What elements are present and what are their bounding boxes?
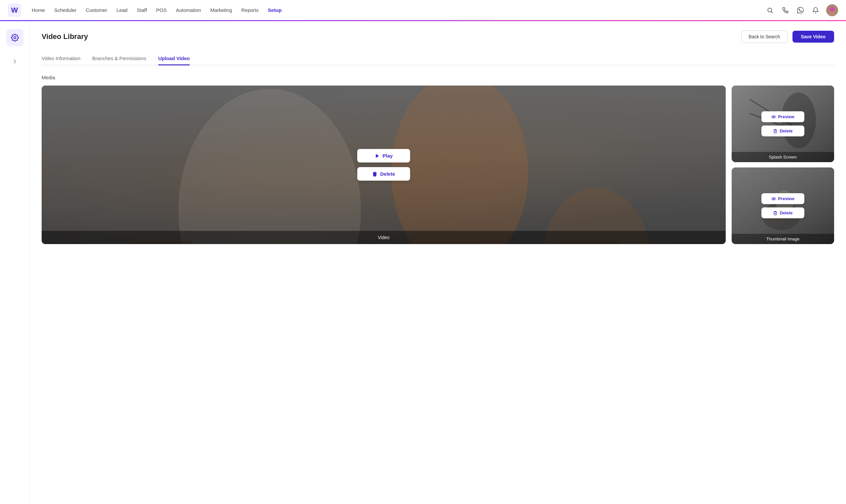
- media-right-column: Preview Delete Splash Screen: [732, 86, 834, 244]
- whatsapp-icon[interactable]: [796, 6, 805, 15]
- top-nav: W Home Scheduler Customer Lead Staff POS…: [0, 0, 846, 21]
- main-video-card: Play Delete Video: [42, 86, 726, 244]
- page-header: Video Library Back to Search Save Video: [42, 30, 834, 43]
- main-content: Video Library Back to Search Save Video …: [30, 21, 846, 504]
- play-icon: [375, 153, 380, 159]
- nav-actions: [765, 4, 838, 16]
- video-overlay-buttons: Play Delete: [357, 149, 410, 181]
- nav-pos[interactable]: POS: [156, 6, 167, 14]
- splash-caption: Splash Screen: [732, 152, 834, 162]
- nav-scheduler[interactable]: Scheduler: [54, 6, 77, 14]
- tab-upload-video[interactable]: Upload Video: [158, 52, 190, 66]
- bell-icon[interactable]: [811, 6, 820, 15]
- eye-icon: [771, 114, 776, 119]
- search-icon[interactable]: [765, 6, 775, 15]
- tab-branches-permissions[interactable]: Branches & Permissions: [92, 52, 146, 66]
- nav-customer[interactable]: Customer: [86, 6, 107, 14]
- svg-point-20: [773, 116, 775, 118]
- svg-point-27: [773, 198, 775, 199]
- svg-rect-25: [768, 220, 795, 222]
- nav-home[interactable]: Home: [32, 6, 45, 14]
- thumbnail-image-card: Preview Delete Thumbnail Image: [732, 167, 834, 244]
- gear-icon[interactable]: [6, 29, 23, 46]
- nav-staff[interactable]: Staff: [137, 6, 147, 14]
- sidebar: [0, 21, 30, 504]
- splash-screen-background: Preview Delete: [732, 86, 834, 162]
- app-body: Video Library Back to Search Save Video …: [0, 21, 846, 504]
- app-logo: W: [8, 4, 21, 17]
- media-grid: Play Delete Video: [42, 86, 834, 244]
- svg-point-3: [830, 7, 834, 12]
- nav-setup[interactable]: Setup: [268, 6, 282, 14]
- back-to-search-button[interactable]: Back to Search: [741, 30, 788, 43]
- collapse-icon[interactable]: [9, 55, 21, 67]
- splash-screen-card: Preview Delete Splash Screen: [732, 86, 834, 162]
- preview-thumbnail-button[interactable]: Preview: [761, 193, 804, 204]
- page-title: Video Library: [42, 32, 88, 41]
- video-caption: Video: [42, 231, 726, 244]
- trash-icon: [773, 129, 778, 133]
- thumbnail-caption: Thumbnail Image: [732, 234, 834, 244]
- delete-thumbnail-button[interactable]: Delete: [761, 208, 804, 218]
- play-video-button[interactable]: Play: [357, 149, 410, 162]
- delete-splash-button[interactable]: Delete: [761, 126, 804, 137]
- svg-marker-13: [376, 154, 379, 158]
- tab-bar: Video Information Branches & Permissions…: [42, 52, 834, 66]
- nav-links: Home Scheduler Customer Lead Staff POS A…: [32, 6, 765, 14]
- nav-lead[interactable]: Lead: [117, 6, 127, 14]
- save-video-button[interactable]: Save Video: [792, 31, 834, 42]
- thumbnail-background: Preview Delete: [732, 167, 834, 244]
- tab-video-information[interactable]: Video Information: [42, 52, 80, 66]
- trash-icon: [773, 211, 778, 215]
- header-actions: Back to Search Save Video: [741, 30, 834, 43]
- media-section-label: Media: [42, 75, 834, 80]
- user-avatar[interactable]: [826, 4, 838, 16]
- trash-icon: [372, 172, 377, 177]
- eye-icon: [771, 197, 776, 201]
- svg-point-0: [768, 8, 772, 12]
- nav-automation[interactable]: Automation: [176, 6, 201, 14]
- svg-line-1: [771, 11, 773, 13]
- splash-action-buttons: Preview Delete: [761, 111, 804, 137]
- phone-icon[interactable]: [780, 6, 790, 15]
- nav-reports[interactable]: Reports: [241, 6, 259, 14]
- video-background: Play Delete: [42, 86, 726, 244]
- thumbnail-action-buttons: Preview Delete: [761, 193, 804, 218]
- delete-video-button[interactable]: Delete: [357, 167, 410, 181]
- preview-splash-button[interactable]: Preview: [761, 111, 804, 122]
- nav-marketing[interactable]: Marketing: [210, 6, 232, 14]
- svg-point-8: [391, 86, 528, 244]
